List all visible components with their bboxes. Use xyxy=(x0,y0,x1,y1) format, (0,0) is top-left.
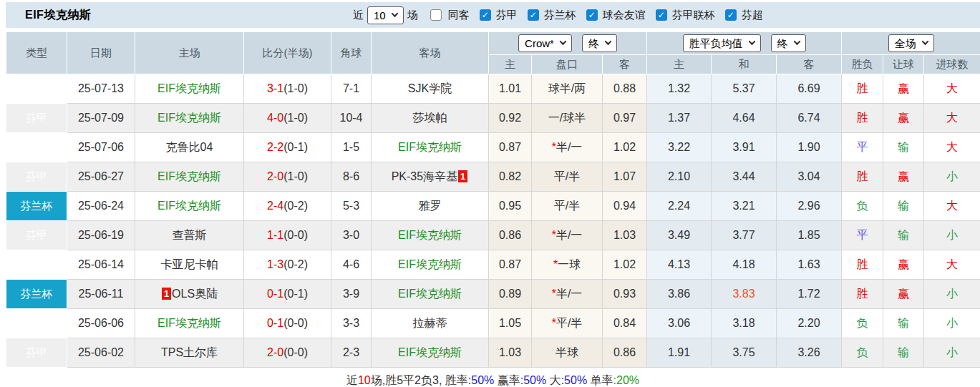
summary-segment: 大 xyxy=(546,374,561,386)
halftime-score: (0-2) xyxy=(283,258,308,270)
away-team-cell: EIF埃克纳斯 xyxy=(372,133,489,162)
odds-company-time-select[interactable]: 终 xyxy=(582,34,617,52)
match-date-cell: 25-07-13 xyxy=(67,74,135,104)
odds-company-select[interactable]: Crow* xyxy=(518,34,572,52)
home-team-cell: TPS土尔库 xyxy=(135,338,244,368)
team-name[interactable]: 雅罗 xyxy=(419,200,442,212)
sub-header-avg-home: 主 xyxy=(647,55,712,74)
league-filter-checkbox[interactable] xyxy=(480,9,491,21)
chevron-down-icon xyxy=(559,38,566,45)
avg-away-odds: 1.90 xyxy=(777,133,842,162)
team-name[interactable]: SJK学院 xyxy=(408,82,452,94)
match-date-cell: 25-06-06 xyxy=(67,309,135,338)
league-filter-label: 芬甲 xyxy=(496,9,518,22)
avg-odds-select[interactable]: 胜平负均值 xyxy=(683,34,761,52)
score-cell: 3-1(1-0) xyxy=(244,74,331,104)
handicap-away-odds: 0.94 xyxy=(603,192,647,221)
handicap-line-cell: 球半/两 xyxy=(532,74,603,104)
home-team-cell: EIF埃克纳斯 xyxy=(135,309,244,338)
team-name[interactable]: TPS土尔库 xyxy=(161,346,218,358)
halftime-score: (1-0) xyxy=(283,82,308,94)
avg-home-odds: 2.10 xyxy=(647,162,712,192)
team-name[interactable]: EIF埃克纳斯 xyxy=(157,317,221,329)
team-name[interactable]: 查普斯 xyxy=(173,229,207,241)
recent-count-select[interactable]: 10 xyxy=(367,6,404,24)
handicap-line-cell: *半/一 xyxy=(532,280,603,309)
scope-select[interactable]: 全场 xyxy=(888,34,934,52)
summary-segment: 单率 xyxy=(587,374,613,386)
halftime-score: (1-0) xyxy=(283,170,308,182)
team-name[interactable]: EIF埃克纳斯 xyxy=(157,170,221,182)
rank-badge: 1 xyxy=(458,170,467,182)
team-header-bar: EIF埃克纳斯 近 10 场 同客 芬甲芬兰杯球会友谊芬甲联杯芬超 xyxy=(6,2,980,28)
team-name[interactable]: EIF埃克纳斯 xyxy=(398,258,462,270)
star-mark: * xyxy=(552,229,556,241)
handicap-home-odds: 1.01 xyxy=(489,74,532,104)
team-name[interactable]: EIF埃克纳斯 xyxy=(157,82,221,94)
result-cell: 胜 xyxy=(842,280,883,309)
handicap-home-odds: 1.03 xyxy=(489,338,532,368)
avg-draw-odds: 3.44 xyxy=(712,162,777,192)
avg-draw-odds: 3.18 xyxy=(712,309,777,338)
league-filter-checkbox[interactable] xyxy=(586,9,598,21)
match-row: 芬甲25-06-06EIF埃克纳斯0-1(0-0)3-3拉赫蒂1.05*平/半0… xyxy=(6,309,980,338)
team-name[interactable]: 莎埃帕 xyxy=(413,112,447,124)
away-team-cell: PK-35海辛基1 xyxy=(372,162,489,192)
league-filter-checkbox[interactable] xyxy=(528,9,539,21)
result-cell: 胜 xyxy=(842,74,883,104)
league-type-cell: 芬甲 xyxy=(6,221,67,250)
match-row: 芬甲25-06-02TPS土尔库2-0(0-0)2-3EIF埃克纳斯1.03半球… xyxy=(6,338,980,368)
team-name[interactable]: EIF埃克纳斯 xyxy=(398,346,462,358)
league-filter-checkbox[interactable] xyxy=(656,9,667,21)
fulltime-score[interactable]: 2-0 xyxy=(267,346,283,358)
fulltime-score[interactable]: 3-1 xyxy=(267,82,283,94)
team-name[interactable]: EIF埃克纳斯 xyxy=(398,141,462,153)
summary-segment: :50% xyxy=(561,374,587,386)
home-team-cell: EIF埃克纳斯 xyxy=(135,162,244,192)
fulltime-score[interactable]: 4-0 xyxy=(267,112,283,124)
match-date-cell: 25-06-19 xyxy=(67,221,135,250)
fulltime-score[interactable]: 2-4 xyxy=(267,200,283,212)
match-date-cell: 25-06-27 xyxy=(67,162,135,192)
team-name[interactable]: EIF埃克纳斯 xyxy=(157,112,221,124)
team-name[interactable]: EIF埃克纳斯 xyxy=(398,288,462,300)
halftime-score: (0-1) xyxy=(283,141,308,153)
halftime-score: (0-0) xyxy=(283,229,308,241)
fulltime-score[interactable]: 1-1 xyxy=(267,229,283,241)
star-mark: * xyxy=(552,141,556,153)
team-name[interactable]: 拉赫蒂 xyxy=(413,317,447,329)
handicap-away-odds: 1.02 xyxy=(603,133,647,162)
fulltime-score[interactable]: 2-2 xyxy=(267,141,283,153)
avg-draw-odds: 3.21 xyxy=(712,192,777,221)
sub-header-handicap-line: 盘口 xyxy=(532,55,603,74)
fulltime-score[interactable]: 1-3 xyxy=(267,258,283,270)
avg-home-odds: 3.86 xyxy=(647,280,712,309)
team-name[interactable]: PK-35海辛基 xyxy=(392,170,457,182)
matches-table: 类型 日期 主场 比分(半场) 角球 客场 Crow* 终 胜平负均值 终 xyxy=(6,31,980,368)
fulltime-score[interactable]: 0-1 xyxy=(267,288,283,300)
recent-count-value: 10 xyxy=(374,9,386,21)
league-type-cell: 芬甲 xyxy=(6,133,67,162)
team-name[interactable]: 卡亚尼卡帕 xyxy=(161,258,218,270)
same-away-checkbox[interactable] xyxy=(430,9,442,21)
avg-odds-time-select[interactable]: 终 xyxy=(771,34,806,52)
avg-draw-odds: 3.77 xyxy=(712,221,777,250)
team-name[interactable]: EIF埃克纳斯 xyxy=(398,229,462,241)
avg-home-odds: 1.91 xyxy=(647,338,712,368)
fulltime-score[interactable]: 0-1 xyxy=(267,317,283,329)
handicap-home-odds: 1.05 xyxy=(489,309,532,338)
league-filter-checkbox[interactable] xyxy=(725,9,737,21)
sub-header-handicap-result: 让球 xyxy=(883,55,924,74)
fulltime-score[interactable]: 2-0 xyxy=(267,170,283,182)
score-cell: 4-0(1-0) xyxy=(244,104,331,133)
handicap-home-odds: 0.87 xyxy=(489,250,532,280)
match-row: 芬甲25-07-13EIF埃克纳斯3-1(1-0)7-1SJK学院1.01球半/… xyxy=(6,74,980,104)
table-header: 类型 日期 主场 比分(半场) 角球 客场 Crow* 终 胜平负均值 终 xyxy=(6,32,980,74)
star-mark: * xyxy=(553,258,558,270)
team-name[interactable]: EIF埃克纳斯 xyxy=(157,200,221,212)
handicap-line-cell: 平/半 xyxy=(532,162,603,192)
handicap-line-cell: *半/一 xyxy=(532,133,603,162)
corner-cell: 3-3 xyxy=(331,309,372,338)
team-name[interactable]: OLS奥陆 xyxy=(172,288,218,300)
team-name[interactable]: 克鲁比04 xyxy=(166,141,213,153)
